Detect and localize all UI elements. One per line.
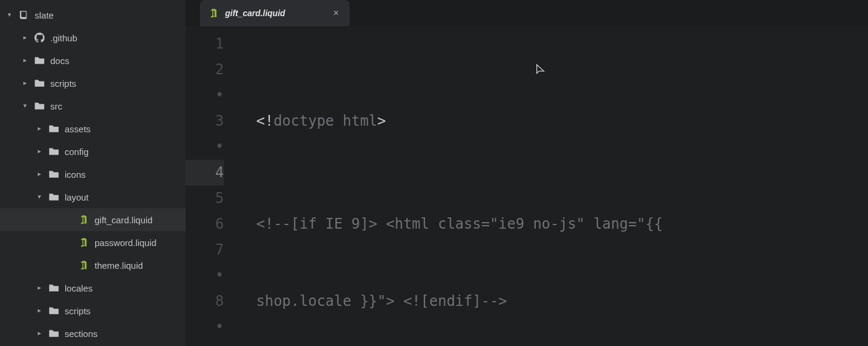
chevron-down-icon: ▾ [20,101,30,110]
line-number[interactable]: 6 [186,211,224,237]
line-gutter: 12•3•4567•8• [186,26,245,346]
repo-icon [18,9,30,21]
folder-icon [34,100,45,112]
tree-item-assets[interactable]: ▸assets [0,117,186,140]
tree-item-src[interactable]: ▾src [0,95,186,117]
tree-item-label: icons [65,169,86,180]
close-icon[interactable]: × [331,7,341,19]
tree-items: ▸.github▸docs▸scripts▾src▸assets▸config▸… [0,26,186,345]
line-number[interactable]: • [186,263,224,289]
folder-icon [48,282,60,294]
folder-icon [48,168,60,180]
chevron-right-icon: ▸ [35,328,44,338]
tree-item--github[interactable]: ▸.github [0,26,186,49]
tree-item-sections[interactable]: ▸sections [0,322,186,345]
chevron-right-icon: ▸ [35,123,44,133]
tree-item-gift-card-liquid[interactable]: ▸gift_card.liquid [0,208,186,231]
folder-icon [34,77,45,89]
shopify-icon [78,259,90,271]
tree-item-label: password.liquid [95,238,156,248]
tree-item-label: src [50,101,62,111]
tree-item-icons[interactable]: ▸icons [0,163,186,186]
file-tree-sidebar: ▾ slate ▸.github▸docs▸scripts▾src▸assets… [0,0,186,346]
tree-item-label: scripts [50,78,76,89]
mouse-cursor-icon [466,34,477,47]
tree-item-password-liquid[interactable]: ▸password.liquid [0,231,186,254]
shopify-icon [208,8,219,19]
editor-pane: gift_card.liquid × 12•3•4567•8• <!doctyp… [186,0,868,346]
tree-item-theme-liquid[interactable]: ▸theme.liquid [0,254,186,277]
tree-item-label: locales [65,283,93,293]
code-line[interactable]: shop.locale }}"> <![endif]--> [245,289,868,314]
folder-icon [34,54,45,66]
line-number[interactable]: 1 [186,31,224,57]
tree-item-label: theme.liquid [95,260,143,271]
chevron-right-icon: ▸ [20,32,30,42]
tree-item-scripts[interactable]: ▸scripts [0,72,186,95]
tree-root-label: slate [35,10,54,20]
chevron-right-icon: ▸ [20,78,30,87]
line-number[interactable]: • [186,83,224,108]
tree-item-label: .github [50,33,77,43]
chevron-right-icon: ▸ [20,55,30,65]
chevron-right-icon: ▸ [35,305,44,315]
line-number[interactable]: • [186,134,224,160]
folder-icon [48,123,60,135]
tree-item-scripts[interactable]: ▸scripts [0,299,186,322]
tab-bar: gift_card.liquid × [186,0,868,26]
line-number[interactable]: • [186,314,224,340]
tree-item-label: config [65,147,89,157]
tree-item-label: scripts [65,306,90,316]
line-number[interactable]: 7 [186,237,224,263]
line-number[interactable]: 8 [186,289,224,314]
shopify-icon [78,236,90,248]
tree-item-label: layout [65,192,89,202]
tree-item-docs[interactable]: ▸docs [0,49,186,72]
tab-title: gift_card.liquid [225,8,285,18]
github-icon [34,32,45,44]
folder-icon [48,327,60,339]
chevron-down-icon: ▾ [35,192,44,201]
code-line[interactable]: <!doctype html> [245,108,868,134]
chevron-right-icon: ▸ [35,169,44,178]
code-area[interactable]: 12•3•4567•8• <!doctype html> <!--[if IE … [186,26,868,346]
tree-item-layout[interactable]: ▾layout [0,186,186,208]
line-number[interactable]: 2 [186,57,224,83]
line-number[interactable]: 5 [186,186,224,211]
tree-item-config[interactable]: ▸config [0,140,186,163]
line-number[interactable]: 3 [186,108,224,134]
code-content[interactable]: <!doctype html> <!--[if IE 9]> <html cla… [245,26,868,346]
tree-root[interactable]: ▾ slate [0,4,186,26]
tree-item-label: sections [65,329,98,339]
chevron-right-icon: ▸ [35,146,44,156]
tree-item-label: assets [65,124,90,134]
chevron-down-icon: ▾ [5,10,14,19]
tree-item-locales[interactable]: ▸locales [0,277,186,299]
tree-item-label: gift_card.liquid [95,215,153,225]
shopify-icon [78,214,90,226]
folder-icon [48,191,60,203]
folder-icon [48,145,60,157]
tab-gift-card[interactable]: gift_card.liquid × [200,0,350,26]
code-line[interactable]: <!--[if IE 9]> <html class="ie9 no-js" l… [245,211,868,237]
tree-item-label: docs [50,56,69,66]
folder-icon [48,305,60,317]
line-number[interactable]: 4 [186,160,224,186]
chevron-right-icon: ▸ [35,283,44,292]
